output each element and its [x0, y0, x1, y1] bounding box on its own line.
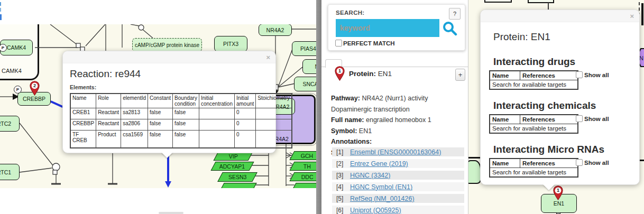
annotations-label: Annotations: [331, 136, 467, 147]
annotation-link[interactable]: HGNC (3342) [350, 172, 390, 179]
annotation-index: [2] [332, 160, 350, 168]
list-item: [6] Uniprot (Q05925) [332, 206, 464, 214]
table-header-row: Name Role elementId Constant Boundary co… [70, 94, 292, 108]
perfect-match-label: PERFECT MATCH [343, 40, 395, 46]
popup-pointer [543, 184, 555, 190]
node-cut-right [641, 3, 643, 25]
close-icon[interactable]: × [266, 54, 270, 61]
rna-th[interactable]: TH [289, 162, 316, 171]
search-icon[interactable] [441, 20, 457, 36]
section-heading-mirnas: Interacting Micro RNAs [493, 144, 604, 155]
result-type-label: Protein: [349, 70, 376, 78]
node-nc[interactable]: NC [302, 59, 316, 74]
node-cut-top-1 [484, 0, 512, 3]
search-input[interactable] [336, 19, 439, 37]
section-heading-chemicals: Interacting chemicals [493, 100, 596, 111]
show-all-label: Show all [584, 116, 609, 122]
rna-ddc[interactable]: DDC [289, 172, 316, 181]
chemicals-table: Name References Search for available tar… [489, 114, 578, 134]
annotation-link[interactable]: Entrez Gene (2019) [350, 160, 408, 168]
annotation-list: [1] Ensembl (ENSG00000163064) [2] Entrez… [332, 147, 464, 214]
show-all-row: Show all [576, 71, 609, 78]
popup-titlebar [481, 10, 639, 22]
app: CAMK4 CAMK4 P CREBBP P 2 RTC2 RTC1 cAMP/… [0, 0, 644, 214]
search-targets-cell[interactable]: Search for available targets [490, 80, 578, 90]
pin-count: 2 [30, 83, 40, 88]
table-header-row: Name References [490, 115, 578, 124]
node-snca[interactable]: SNCA [294, 77, 316, 91]
node-cut-top-2 [528, 0, 554, 3]
ui-fragment-icon [0, 2, 1, 6]
col-stoichiometry: Stoichiometry [256, 94, 292, 108]
ui-fragment-control [159, 212, 183, 214]
annotation-index: [5] [332, 195, 350, 202]
annotation-index: [4] [332, 183, 350, 191]
show-all-row: Show all [576, 115, 609, 122]
node-pias4[interactable]: PIAS4 [292, 41, 316, 56]
rna-adcyap1[interactable]: ADCYAP1 [210, 162, 254, 171]
table-row: Search for available targets [490, 168, 578, 178]
reaction-popup-title: Reaction: re944 [70, 68, 141, 80]
perfect-match-row: PERFECT MATCH [335, 40, 395, 46]
table-header-row: Name References [490, 71, 578, 80]
elements-label: Elements: [70, 84, 96, 90]
node-pitx3[interactable]: PITX3 [214, 36, 247, 52]
map-bottom-mask [0, 188, 316, 214]
col-boundary: Boundary condition [173, 94, 199, 108]
node-camp-cgmp-protein-kinase[interactable]: cAMP/cGMP protein kinase [132, 38, 202, 52]
annotation-link[interactable]: Uniprot (Q05925) [350, 207, 401, 214]
table-header-row: Name References [490, 159, 578, 168]
table-row: TF CREBProduct csa1569false false 0 [70, 131, 292, 148]
section-heading-drugs: Interacting drugs [493, 56, 575, 68]
annotation-link[interactable]: HGNC Symbol (EN1) [350, 183, 412, 191]
table-row: Search for available targets [490, 80, 578, 90]
node-nr4a2[interactable]: NR4A2 [259, 24, 292, 36]
annotation-link[interactable]: RefSeq (NM_001426) [350, 195, 415, 202]
search-targets-cell[interactable]: Search for available targets [490, 124, 578, 134]
map-top-mask [0, 0, 316, 24]
popup-titlebar [63, 51, 275, 63]
close-icon[interactable]: × [630, 13, 634, 20]
search-results-panel: SEARCH: ? PERFECT MATCH 1 Protein: EN1 [321, 0, 468, 214]
show-all-label: Show all [584, 160, 609, 166]
pathway-field: Pathway: NR4A2 (Nurr1) activity Dopamine… [331, 93, 467, 115]
reaction-popup: × Reaction: re944 Elements: Name Role el… [62, 51, 276, 153]
search-card: SEARCH: ? PERFECT MATCH [328, 4, 465, 51]
show-all-checkbox[interactable] [576, 159, 583, 166]
pathway-map-left[interactable]: CAMK4 CAMK4 P CREBBP P 2 RTC2 RTC1 cAMP/… [0, 0, 316, 214]
show-all-checkbox[interactable] [576, 71, 583, 78]
list-item: [1] Ensembl (ENSG00000163064) [332, 147, 464, 156]
col-elementid: elementId [121, 94, 148, 108]
phospho-badge-crebbp: P [14, 86, 22, 94]
fullname-field: Full name: engrailed homeobox 1 [331, 115, 467, 126]
search-label: SEARCH: [336, 10, 365, 16]
drugs-table: Name References Search for available tar… [489, 70, 578, 90]
result-pin-icon: 1 [335, 66, 345, 81]
table-row: CREB1Reactant sa2813false false 0 [70, 108, 292, 119]
node-rtc1[interactable]: RTC1 [0, 164, 20, 180]
add-button[interactable]: + [455, 69, 465, 81]
result-title: Protein: EN1 [349, 70, 392, 78]
ui-fragment-icon [0, 8, 1, 12]
map-pin-crebbp[interactable]: 2 [30, 81, 40, 96]
help-button[interactable]: ? [449, 8, 461, 20]
perfect-match-checkbox[interactable] [335, 40, 342, 46]
symbol-field: Symbol: EN1 [331, 126, 467, 137]
node-cut-gene[interactable] [468, 160, 481, 184]
annotation-link[interactable]: Ensembl (ENSG00000163064) [350, 148, 441, 156]
panel-divider[interactable] [316, 0, 321, 214]
col-init-amount: Initial amount [234, 94, 255, 108]
rna-sesn3[interactable]: SESN3 [217, 172, 257, 182]
rna-gch[interactable]: GCH [289, 151, 316, 160]
list-item: [2] Entrez Gene (2019) [332, 159, 464, 168]
list-item: [3] HGNC (3342) [332, 171, 464, 180]
list-item: [5] RefSeq (NM_001426) [332, 194, 464, 203]
search-targets-cell[interactable]: Search for available targets [490, 168, 578, 178]
show-all-checkbox[interactable] [576, 115, 583, 122]
annotation-index: [6] [332, 207, 350, 214]
node-rtc2[interactable]: RTC2 [0, 116, 20, 132]
compartment-label: CAMK4 [2, 68, 22, 74]
col-constant: Constant [148, 94, 173, 108]
annotation-index: [1] [332, 148, 350, 156]
target-popup-title: Protein: EN1 [493, 31, 550, 43]
